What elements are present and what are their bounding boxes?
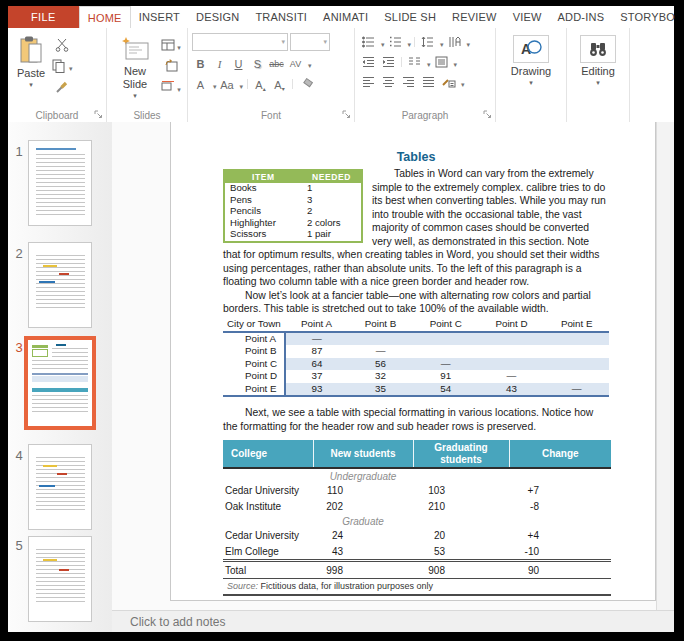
change-case-button[interactable]: Aa [219,77,236,92]
character-spacing-button[interactable]: AV [287,56,304,71]
font-size-combobox[interactable]: ▾ [290,33,330,51]
tab-slideshow[interactable]: SLIDE SH [376,6,444,28]
slide-thumbnail-1[interactable] [28,140,92,226]
tab-view[interactable]: VIEW [505,6,550,28]
paste-dropdown-arrow[interactable] [29,81,33,88]
new-slide-dropdown-arrow[interactable] [133,92,137,99]
bold-button[interactable]: B [192,56,209,71]
slides-group-label: Slides [107,110,187,121]
city-header: Point E [544,318,609,332]
city-cell: 32 [348,370,413,383]
supply-cell: 2 [302,206,362,218]
cut-button[interactable] [52,36,72,53]
table-row: Point D 37 32 91 — [223,370,609,383]
city-cell [413,332,479,346]
italic-button[interactable]: I [211,56,228,71]
section-button[interactable] [161,78,181,95]
align-center-button[interactable] [379,74,398,90]
table-row: Pencils 2 [224,206,362,218]
section-dropdown-arrow[interactable] [175,78,181,96]
college-header: New students [313,440,413,468]
slide-thumbnail-2[interactable] [28,242,92,328]
ribbon-group-slides: New Slide [107,28,188,122]
grow-font-button[interactable]: A▴ [252,77,269,92]
align-text-dropdown-arrow[interactable] [452,53,458,71]
reset-icon [164,59,178,72]
slide-thumbnail-4[interactable] [28,444,92,530]
tab-animations[interactable]: ANIMATI [315,6,376,28]
vertical-scrollbar[interactable] [656,122,674,610]
numbering-button[interactable] [386,34,405,50]
font-name-combobox[interactable]: ▾ [192,33,288,51]
copy-dropdown-arrow[interactable] [67,57,73,75]
notes-pane[interactable]: Click to add notes [112,610,674,632]
ribbon-group-paragraph: Paragraph [355,28,496,122]
tab-transitions[interactable]: TRANSITI [247,6,315,28]
editing-dropdown-arrow[interactable] [596,79,600,86]
slide-thumbnail-3-selected[interactable] [24,336,96,430]
ribbon-group-drawing: A Drawing [496,28,567,122]
align-left-button[interactable] [359,74,378,90]
text-direction-button[interactable] [445,34,464,50]
decrease-indent-button[interactable] [359,54,378,70]
shrink-font-button[interactable]: A▾ [271,77,288,92]
slide-number: 2 [12,246,26,261]
increase-indent-button[interactable] [379,54,398,70]
slide-canvas[interactable]: Tables ITEM NEEDED Books 1 [170,122,656,601]
align-right-button[interactable] [399,74,418,90]
paste-button[interactable]: Paste [12,33,50,90]
font-color-button[interactable]: A [192,77,209,92]
numbering-dropdown-arrow[interactable] [406,33,412,51]
tab-design[interactable]: DESIGN [188,6,247,28]
bullets-button[interactable] [359,34,378,50]
bullets-dropdown-arrow[interactable] [379,33,385,51]
columns-dropdown-arrow[interactable] [425,53,431,71]
align-text-button[interactable] [432,54,451,70]
line-spacing-button[interactable] [418,34,437,50]
tab-storyboarding[interactable]: STORYBO [612,6,683,28]
city-cell: 37 [285,370,349,383]
slide-thumbnail-5[interactable] [28,536,92,622]
tab-addins[interactable]: ADD-INS [550,6,613,28]
justify-button[interactable] [419,74,438,90]
city-cell [479,345,545,358]
convert-to-smartart-button[interactable] [439,74,458,90]
strikethrough-button[interactable]: abc [268,56,285,71]
new-slide-button[interactable]: New Slide [111,33,159,101]
city-cell: 93 [285,383,349,397]
city-cell: — [285,332,349,346]
change-case-dropdown-arrow[interactable] [238,75,244,93]
font-color-dropdown-arrow[interactable] [211,75,217,93]
format-painter-button[interactable] [52,78,72,95]
columns-button[interactable] [405,54,424,70]
drawing-button[interactable]: A Drawing [506,33,556,88]
college-header: College [223,440,313,468]
tab-file[interactable]: FILE [8,6,79,28]
slide-heading[interactable]: Tables [223,150,609,164]
ribbon-group-editing: Editing [567,28,630,122]
layout-dropdown-arrow[interactable] [175,36,181,54]
copy-icon [52,59,67,73]
copy-button[interactable] [52,57,72,74]
reset-slide-button[interactable] [161,57,181,74]
tab-review[interactable]: REVIEW [444,6,505,28]
body-paragraph-3[interactable]: Next, we see a table with special format… [223,406,609,433]
line-spacing-dropdown-arrow[interactable] [438,33,444,51]
powerpoint-window: FILE HOME INSERT DESIGN TRANSITI ANIMATI… [8,6,674,632]
smartart-dropdown-arrow[interactable] [459,73,465,91]
text-direction-dropdown-arrow[interactable] [465,33,471,51]
editing-button[interactable]: Editing [575,33,621,88]
city-matrix-table[interactable]: City or Town Point A Point B Point C Poi… [223,318,609,398]
clear-formatting-button[interactable] [297,76,317,93]
drawing-dropdown-arrow[interactable] [529,79,533,86]
body-paragraph-2[interactable]: Now let’s look at a fancier table—one wi… [223,289,609,316]
tab-insert[interactable]: INSERT [131,6,188,28]
text-shadow-button[interactable]: S [249,56,266,71]
supply-table[interactable]: ITEM NEEDED Books 1 Pens 3 [223,169,363,243]
underline-button[interactable]: U [230,56,247,71]
slide-layout-button[interactable] [161,36,181,53]
tab-home[interactable]: HOME [79,6,131,28]
college-table[interactable]: College New students Graduating students… [223,440,611,596]
character-spacing-dropdown-arrow[interactable] [306,54,312,72]
city-cell: 56 [348,358,413,371]
